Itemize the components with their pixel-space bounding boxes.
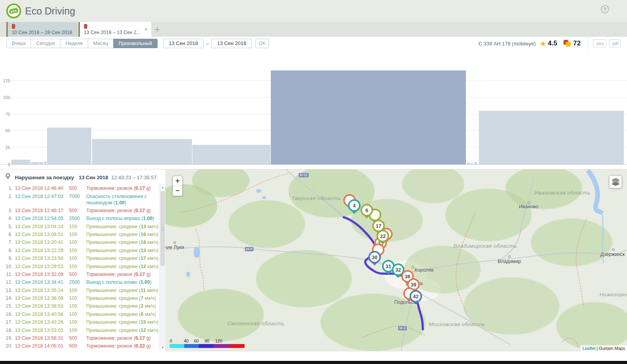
export-pdf-button[interactable]: .pdf — [609, 40, 621, 47]
chart-bar[interactable] — [92, 139, 192, 164]
map-marker-6[interactable]: 6 — [361, 204, 373, 216]
scrollbar-thumb[interactable] — [161, 191, 165, 266]
violation-row[interactable]: 20.13 Сен 2018 14:05:01500Торможение: ре… — [0, 342, 159, 350]
zoom-out-button[interactable]: − — [173, 186, 182, 196]
map-marker-30[interactable]: 30 — [368, 251, 381, 263]
export-xlsx-button[interactable]: .xlsx — [593, 40, 606, 47]
chart-bar-selected[interactable] — [271, 70, 466, 164]
date-range-dash: – — [206, 41, 209, 47]
date-to-input[interactable]: 13 Сен 2018 — [211, 39, 252, 48]
violations-list-header: Нарушения за поездку 13 Сен 2018 12:43:2… — [5, 173, 157, 180]
violation-datetime: 13 Сен 2018 13:23:50 — [15, 255, 67, 261]
toolbar: ВчераСегодняНеделяМесяцПроизвольный 13 С… — [0, 37, 627, 50]
chart-bar[interactable] — [474, 162, 477, 164]
map-marker-4[interactable]: 4 — [348, 199, 361, 212]
page-title: Eco Driving — [25, 5, 75, 17]
chart-bar[interactable] — [44, 161, 47, 164]
leaflet-link[interactable]: Leaflet — [582, 346, 595, 351]
violation-row[interactable]: 2.13 Сен 2018 12:47:037000Опасность стол… — [0, 192, 159, 206]
map-marker-42[interactable]: 42 — [410, 290, 422, 303]
violation-row[interactable]: 18.13 Сен 2018 13:53:02100Превышение: ср… — [0, 326, 159, 334]
violation-datetime: 13 Сен 2018 13:34:41 — [15, 279, 67, 285]
violation-row[interactable]: 5.13 Сен 2018 13:04:14100Превышение: сре… — [0, 223, 159, 231]
violation-description: Выезд с полосы вправо (1.00) — [86, 215, 159, 222]
range-button-2[interactable]: Сегодня — [31, 39, 60, 48]
rating-star-icon: ★ — [540, 39, 546, 48]
trips-bar-chart[interactable]: 0255075100125 — [0, 50, 627, 165]
violation-penalty: 100 — [69, 303, 84, 309]
violation-row[interactable]: 11.13 Сен 2018 13:32:09500Торможение: ре… — [0, 270, 159, 278]
eco-driving-logo-icon: eco — [6, 4, 21, 18]
close-tab-icon[interactable]: × — [145, 27, 148, 32]
violation-penalty: 100 — [69, 255, 84, 261]
map-marker-22[interactable]: 22 — [377, 230, 389, 242]
violation-row[interactable]: 13.13 Сен 2018 13:35:14100Превышение: ср… — [0, 287, 159, 294]
tab-report-2[interactable]: ... 13 Сен 2018 – 13 Сен 2... × — [78, 22, 151, 37]
rating-value: 4.5 — [548, 40, 557, 47]
violation-penalty: 100 — [69, 223, 84, 230]
violation-row[interactable]: 16.13 Сен 2018 13:40:56100Превышение: ср… — [0, 310, 159, 318]
chart-bar[interactable] — [40, 162, 43, 164]
app-header: eco Eco Driving ? — [0, 0, 627, 22]
logo-text: eco — [9, 8, 18, 14]
layers-icon — [611, 178, 620, 186]
violation-description: Превышение: среднее (16 км/ч) — [86, 239, 159, 245]
map-layers-button[interactable] — [609, 175, 622, 188]
help-icon[interactable]: ? — [601, 5, 609, 13]
range-button-3[interactable]: Неделя — [60, 39, 88, 48]
speed-legend-segment — [229, 344, 245, 348]
scroll-down-icon[interactable]: ▼ — [160, 344, 165, 350]
speed-legend-segment — [199, 344, 214, 348]
violation-row[interactable]: 3.13 Сен 2018 12:48:17500Торможение: рез… — [0, 207, 159, 214]
speed-legend-tick: 40 — [184, 339, 188, 343]
scroll-up-icon[interactable]: ▲ — [160, 184, 165, 190]
violation-datetime: 13 Сен 2018 12:47:03 — [15, 193, 67, 206]
chart-bar[interactable] — [31, 162, 39, 164]
violation-row[interactable]: 7.13 Сен 2018 13:20:41100Превышение: сре… — [0, 238, 159, 246]
chart-bar[interactable] — [11, 160, 30, 164]
violation-datetime: 13 Сен 2018 13:20:41 — [15, 239, 67, 245]
map[interactable]: Тверская областьИвановская областьИванов… — [165, 169, 627, 351]
tab-unit-label: ... — [89, 24, 94, 29]
violation-penalty: 7000 — [69, 193, 84, 206]
violation-index: 18. — [2, 327, 13, 333]
tab-accent-stripe — [78, 22, 80, 37]
new-tab-button[interactable]: + — [151, 22, 163, 37]
apply-dates-button[interactable]: ОК — [255, 39, 269, 48]
violation-row[interactable]: 8.13 Сен 2018 13:22:29100Превышение: сре… — [0, 247, 159, 254]
list-scrollbar[interactable]: ▲ ▼ — [159, 184, 165, 350]
violation-description: Выезд с полосы влево (1.00) — [86, 279, 159, 285]
violation-row[interactable]: 6.13 Сен 2018 13:08:51100Превышение: сре… — [0, 231, 159, 238]
tab-bar: ... 10 Сен 2018 – 28 Сен 2018 ... 13 Сен… — [0, 22, 627, 37]
violation-datetime: 13 Сен 2018 12:46:40 — [15, 185, 67, 191]
chart-bar[interactable] — [479, 111, 624, 164]
attribution-separator: | — [595, 346, 599, 351]
violation-row[interactable]: 12.13 Сен 2018 13:34:412500Выезд с полос… — [0, 278, 159, 286]
range-button-5[interactable]: Произвольный — [113, 39, 158, 48]
violation-description: Превышение: среднее (2 км/ч) — [86, 303, 159, 309]
violation-row[interactable]: 4.13 Сен 2018 12:54:052500Выезд с полосы… — [0, 214, 159, 222]
chart-bar[interactable] — [47, 128, 91, 164]
violation-row[interactable]: 1.13 Сен 2018 12:46:40500Торможение: рез… — [0, 184, 159, 192]
violation-penalty: 500 — [69, 271, 84, 278]
range-button-1[interactable]: Вчера — [6, 39, 31, 48]
speed-legend-tick: 0 — [170, 339, 172, 343]
violation-row[interactable]: 17.13 Сен 2018 13:43:26100Превышение: ср… — [0, 318, 159, 326]
violation-row[interactable]: 10.13 Сен 2018 13:29:53100Превышение: ср… — [0, 262, 159, 270]
violation-datetime: 13 Сен 2018 13:08:51 — [15, 231, 67, 238]
trip-details-panel: Нарушения за поездку 13 Сен 2018 12:43:2… — [0, 169, 627, 351]
chart-bar[interactable] — [471, 163, 473, 164]
map-marker-number: 6 — [362, 205, 371, 215]
range-button-4[interactable]: Месяц — [88, 39, 114, 48]
os-taskbar[interactable] — [0, 361, 627, 364]
date-from-input[interactable]: 13 Сен 2018 — [163, 39, 204, 48]
chart-bar[interactable] — [192, 145, 270, 164]
violation-row[interactable]: 19.13 Сен 2018 13:58:31500Торможение: ре… — [0, 334, 159, 342]
violation-row[interactable]: 15.13 Сен 2018 13:38:53100Превышение: ср… — [0, 302, 159, 310]
tab-report-1[interactable]: ... 10 Сен 2018 – 28 Сен 2018 — [6, 22, 78, 37]
zoom-in-button[interactable]: + — [173, 176, 182, 186]
chart-bar[interactable] — [467, 162, 470, 164]
violation-row[interactable]: 14.13 Сен 2018 13:36:09100Превышение: ср… — [0, 294, 159, 302]
violation-description: Торможение: резкое (0.22 g) — [86, 343, 159, 349]
violation-row[interactable]: 9.13 Сен 2018 13:23:50100Превышение: сре… — [0, 254, 159, 262]
